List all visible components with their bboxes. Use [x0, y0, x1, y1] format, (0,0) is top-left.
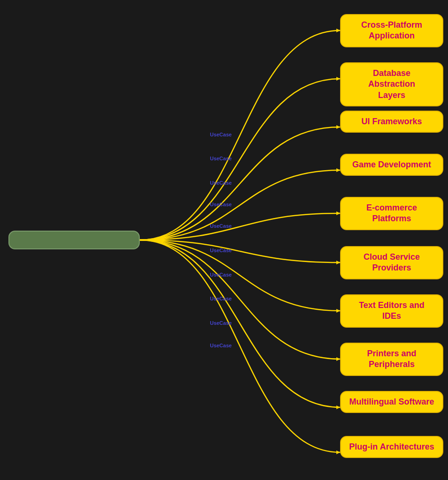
- usecase-label-multilingual: UseCase: [210, 320, 231, 326]
- connector-ecommerce: [140, 213, 340, 240]
- leaf-node-game-development: Game Development: [340, 154, 443, 176]
- arrow-multilingual: [336, 405, 340, 409]
- arrow-cross-platform: [336, 29, 340, 32]
- arrow-cloud-service: [336, 261, 340, 264]
- leaf-node-ui-frameworks: UI Frameworks: [340, 111, 443, 133]
- leaf-node-ecommerce: E-commerce Platforms: [340, 197, 443, 230]
- connector-cloud-service: [140, 240, 340, 262]
- center-node: [8, 231, 140, 249]
- leaf-node-cross-platform: Cross-Platform Application: [340, 14, 443, 47]
- arrow-ui-frameworks: [336, 125, 340, 129]
- connector-printers: [140, 240, 340, 359]
- usecase-label-ecommerce: UseCase: [210, 223, 231, 229]
- connector-game-development: [140, 170, 340, 240]
- connector-database-abstraction: [140, 79, 340, 240]
- usecase-label-cloud-service: UseCase: [210, 248, 231, 253]
- leaf-node-database-abstraction: Database Abstraction Layers: [340, 62, 443, 106]
- leaf-node-printers: Printers and Peripherals: [340, 343, 443, 376]
- arrow-plugin: [336, 450, 340, 454]
- usecase-label-text-editors: UseCase: [210, 272, 231, 278]
- arrow-database-abstraction: [336, 77, 340, 81]
- connector-multilingual: [140, 240, 340, 407]
- connector-text-editors: [140, 240, 340, 311]
- connector-cross-platform: [140, 30, 340, 240]
- usecase-label-game-development: UseCase: [210, 202, 231, 207]
- connector-ui-frameworks: [140, 127, 340, 240]
- arrow-game-development: [336, 168, 340, 172]
- leaf-node-cloud-service: Cloud Service Providers: [340, 246, 443, 279]
- arrow-text-editors: [336, 309, 340, 313]
- leaf-node-multilingual: Multilingual Software: [340, 391, 443, 413]
- usecase-label-plugin: UseCase: [210, 343, 231, 348]
- leaf-node-text-editors: Text Editors and IDEs: [340, 294, 443, 328]
- connector-plugin: [140, 240, 340, 452]
- arrow-printers: [336, 357, 340, 361]
- usecase-label-cross-platform: UseCase: [210, 132, 231, 137]
- leaf-node-plugin: Plug-in Architectures: [340, 436, 443, 458]
- usecase-label-printers: UseCase: [210, 296, 231, 301]
- usecase-label-database-abstraction: UseCase: [210, 156, 231, 161]
- mind-map-diagram: Cross-Platform ApplicationUseCaseDatabas…: [0, 0, 448, 480]
- arrow-ecommerce: [336, 211, 340, 215]
- usecase-label-ui-frameworks: UseCase: [210, 180, 231, 186]
